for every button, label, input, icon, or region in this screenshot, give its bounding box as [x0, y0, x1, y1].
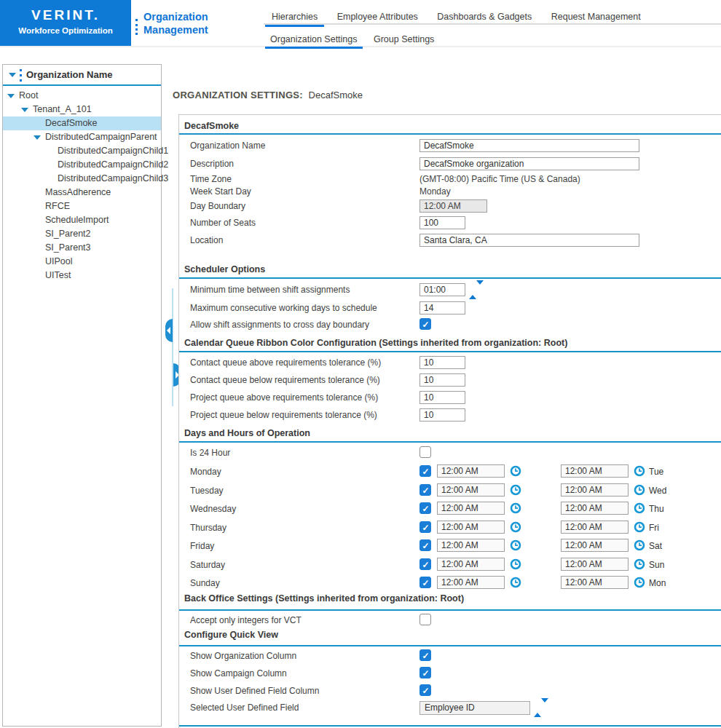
contact-below-tolerance-input[interactable]: [419, 373, 465, 387]
selected-udf-stepper[interactable]: [534, 701, 548, 713]
tuesday-start-time-input[interactable]: [437, 483, 505, 496]
expand-icon[interactable]: [7, 94, 15, 98]
stepper-up-icon[interactable]: [534, 703, 541, 717]
selected-udf-dropdown[interactable]: Employee ID: [419, 701, 530, 715]
section-title-quick-view: Configure Quick View: [184, 630, 278, 640]
tree-item-distributedcampaignparent[interactable]: DistributedCampaignParent: [3, 130, 161, 144]
end-day-label: Sun: [649, 560, 664, 570]
tree-item-si-parent2[interactable]: SI_Parent2: [3, 227, 161, 241]
show-udf-column-checkbox[interactable]: [419, 684, 431, 696]
tab-request-management[interactable]: Request Management: [543, 10, 649, 25]
subtab-group-settings[interactable]: Group Settings: [367, 33, 441, 47]
saturday-end-time-input[interactable]: [561, 558, 629, 571]
monday-start-time-input[interactable]: [437, 464, 505, 478]
tree-header[interactable]: Organization Name: [3, 65, 161, 86]
sunday-start-time-input[interactable]: [437, 576, 505, 589]
sunday-end-time-input[interactable]: [561, 576, 629, 589]
clock-icon[interactable]: [634, 539, 645, 551]
tab-employee-attributes[interactable]: Employee Attributes: [329, 10, 426, 25]
tree-item-distributedcampaignchild2[interactable]: DistributedCampaignChild2: [3, 158, 161, 172]
organization-name-input[interactable]: [419, 139, 639, 152]
tree-item-massadherence[interactable]: MassAdherence: [3, 186, 161, 199]
panel-splitter[interactable]: [172, 288, 173, 406]
clock-icon[interactable]: [634, 577, 645, 588]
clock-icon[interactable]: [634, 558, 645, 570]
friday-start-time-input[interactable]: [437, 539, 505, 552]
clock-icon[interactable]: [634, 465, 645, 477]
clock-icon[interactable]: [634, 502, 645, 514]
tree-item-tenant[interactable]: Tenant_A_101: [3, 103, 161, 116]
tab-hierarchies[interactable]: Hierarchies: [264, 10, 326, 25]
field-description: Description: [190, 157, 721, 172]
page-title: ORGANIZATION SETTINGS: DecafSmoke: [173, 90, 363, 100]
thursday-end-time-input[interactable]: [561, 521, 629, 534]
section-underline: [179, 133, 721, 135]
min-time-input[interactable]: [419, 283, 465, 296]
module-title: Organization Management: [143, 10, 208, 36]
thursday-checkbox[interactable]: [419, 521, 431, 533]
brand-name: VERINT.: [0, 7, 131, 23]
show-campaign-column-checkbox[interactable]: [419, 667, 431, 678]
clock-icon[interactable]: [510, 484, 521, 496]
clock-icon[interactable]: [510, 521, 521, 533]
tree-item-decafsmoke[interactable]: DecafSmoke: [3, 116, 161, 130]
sunday-checkbox[interactable]: [419, 577, 431, 588]
max-consecutive-days-input[interactable]: [419, 301, 465, 314]
stepper-down-icon[interactable]: [476, 280, 484, 295]
tree-item-si-parent3[interactable]: SI_Parent3: [3, 241, 161, 255]
collapse-panel-button[interactable]: [165, 319, 173, 342]
tree-item-distributedcampaignchild3[interactable]: DistributedCampaignChild3: [3, 172, 161, 186]
project-above-tolerance-input[interactable]: [419, 391, 465, 404]
tree-item-uipool[interactable]: UIPool: [3, 255, 161, 269]
clock-icon[interactable]: [634, 484, 645, 496]
number-of-seats-input[interactable]: [419, 216, 465, 229]
clock-icon[interactable]: [510, 502, 521, 514]
tree-item-root[interactable]: Root: [3, 89, 161, 103]
section-underline: [179, 441, 721, 443]
tree-item-rfce[interactable]: RFCE: [3, 199, 161, 213]
day-row-monday: Monday Tue: [190, 464, 721, 480]
expand-icon[interactable]: [21, 108, 28, 112]
tuesday-checkbox[interactable]: [419, 484, 431, 496]
tuesday-end-time-input[interactable]: [561, 483, 629, 496]
time-zone-value: (GMT-08:00) Pacific Time (US & Canada): [419, 174, 580, 184]
end-day-label: Mon: [649, 578, 666, 588]
friday-checkbox[interactable]: [419, 539, 431, 551]
tree-item-scheduleimport[interactable]: ScheduleImport: [3, 213, 161, 227]
stepper-down-icon[interactable]: [541, 698, 548, 713]
clock-icon[interactable]: [510, 539, 521, 551]
clock-icon[interactable]: [510, 465, 521, 477]
tree-header-dropdown-icon[interactable]: [9, 73, 16, 77]
wednesday-checkbox[interactable]: [419, 502, 431, 514]
is-24-hour-checkbox[interactable]: [419, 446, 431, 458]
description-input[interactable]: [419, 157, 639, 170]
wednesday-start-time-input[interactable]: [437, 502, 505, 515]
saturday-start-time-input[interactable]: [437, 558, 505, 571]
min-time-stepper[interactable]: [469, 283, 484, 295]
accept-integers-vct-checkbox[interactable]: [419, 614, 431, 625]
stepper-up-icon[interactable]: [469, 285, 476, 299]
field-number-of-seats: Number of Seats: [190, 216, 721, 231]
field-show-udf-column: Show User Defined Field Column: [190, 684, 721, 699]
project-below-tolerance-input[interactable]: [419, 408, 465, 422]
clock-icon[interactable]: [510, 558, 521, 570]
monday-end-time-input[interactable]: [561, 464, 629, 478]
friday-end-time-input[interactable]: [561, 539, 629, 552]
show-organization-column-checkbox[interactable]: [419, 649, 431, 661]
section-underline: [179, 725, 721, 727]
tab-dashboards-gadgets[interactable]: Dashboards & Gadgets: [429, 10, 540, 25]
subtab-organization-settings[interactable]: Organization Settings: [264, 33, 364, 47]
monday-checkbox[interactable]: [419, 465, 431, 477]
tree-item-uitest[interactable]: UITest: [3, 269, 161, 282]
expand-icon[interactable]: [34, 135, 41, 140]
cross-day-boundary-checkbox[interactable]: [419, 318, 431, 330]
tree-item-distributedcampaignchild1[interactable]: DistributedCampaignChild1: [3, 144, 161, 158]
saturday-checkbox[interactable]: [419, 558, 431, 570]
contact-above-tolerance-input[interactable]: [419, 356, 465, 369]
clock-icon[interactable]: [634, 521, 645, 533]
wednesday-end-time-input[interactable]: [561, 502, 629, 515]
thursday-start-time-input[interactable]: [437, 521, 505, 534]
clock-icon[interactable]: [510, 577, 521, 588]
tree-header-grip-icon: [20, 69, 22, 82]
location-input[interactable]: [419, 234, 639, 247]
